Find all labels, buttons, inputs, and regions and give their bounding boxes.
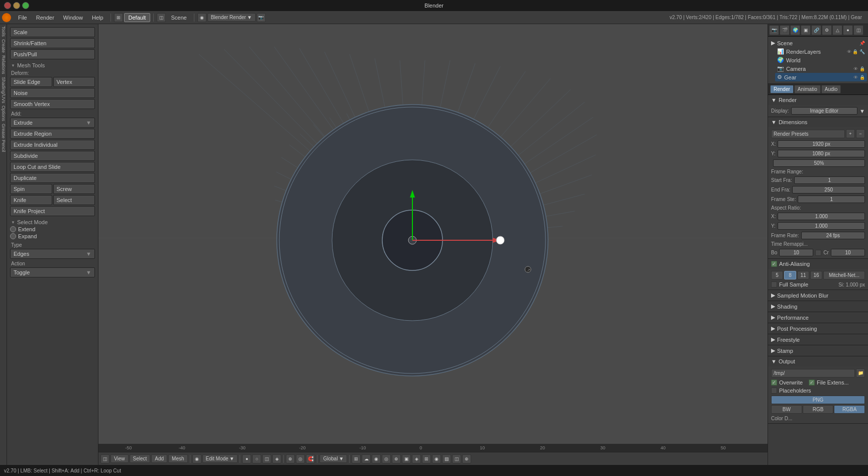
rpanel-icon-modifiers[interactable]: ⚙ — [822, 25, 832, 35]
smooth-vertex-button[interactable]: Smooth Vertex — [10, 99, 95, 109]
extrude-individual-button[interactable]: Extrude Individual — [10, 140, 95, 150]
tree-camera[interactable]: 📷 Camera 👁 🔒 — [775, 64, 867, 73]
spin-button[interactable]: Spin — [10, 184, 52, 194]
extrude-dropdown[interactable]: Extrude ▼ — [10, 118, 95, 128]
mesh-tools-header[interactable]: ▼ Mesh Tools — [10, 60, 95, 69]
menu-help[interactable]: Help — [88, 14, 107, 22]
view-icon-8[interactable]: ⊞ — [422, 454, 431, 463]
post-processing-header[interactable]: ▶ Post Processing — [768, 323, 868, 334]
tab-grease-pencil[interactable]: Grease Pencil — [1, 123, 6, 153]
tab-create[interactable]: Create — [1, 38, 6, 54]
scale-button[interactable]: Scale — [10, 27, 95, 37]
render-presets-dropdown[interactable]: Render Presets — [771, 130, 845, 138]
mode-dropdown[interactable]: Edit Mode ▼ — [202, 454, 238, 463]
render-engine-icon[interactable]: ◉ — [197, 13, 206, 22]
select-menu[interactable]: Select — [130, 454, 151, 463]
snap-icon[interactable]: 🧲 — [306, 454, 315, 463]
shading-header[interactable]: ▶ Shading — [768, 301, 868, 312]
mesh-menu[interactable]: Mesh — [168, 454, 187, 463]
bo-input[interactable]: 10 — [779, 249, 813, 256]
aa-header[interactable]: ✓ Anti-Aliasing — [768, 259, 868, 269]
render-preview-icon[interactable]: ◈ — [272, 454, 281, 463]
animation-tab[interactable]: Animatio — [794, 85, 821, 93]
output-header[interactable]: ▼ Output — [768, 356, 868, 366]
loop-cut-button[interactable]: Loop Cut and Slide — [10, 162, 95, 172]
view-icon-1[interactable]: ⊞ — [352, 454, 361, 463]
res-y-input[interactable]: 1080 px — [778, 150, 865, 157]
png-btn[interactable]: PNG — [771, 396, 865, 404]
aa-16[interactable]: 16 — [810, 271, 822, 279]
view-icon-11[interactable]: ◫ — [452, 454, 461, 463]
view-icon-10[interactable]: ▨ — [442, 454, 451, 463]
knife-button[interactable]: Knife — [10, 195, 52, 205]
rpanel-icon-object[interactable]: ▣ — [801, 25, 811, 35]
aa-checkbox[interactable]: ✓ — [771, 261, 777, 267]
fps-dropdown[interactable]: 24 fps — [801, 232, 865, 239]
aa-mitchell[interactable]: Mitchell-Net... — [823, 271, 865, 279]
render-tab[interactable]: Render — [770, 85, 794, 93]
aspect-y-input[interactable]: 1.000 — [778, 222, 865, 230]
wire-icon[interactable]: ○ — [252, 454, 261, 463]
frame-step-input[interactable]: 1 — [798, 196, 865, 203]
image-editor-dropdown[interactable]: Image Editor — [791, 107, 858, 115]
minimize-button[interactable] — [13, 2, 20, 9]
toggle-dropdown[interactable]: Toggle ▼ — [10, 267, 95, 277]
noise-button[interactable]: Noise — [10, 88, 95, 98]
knife-project-button[interactable]: Knife Project — [10, 206, 95, 216]
subdivide-button[interactable]: Subdivide — [10, 151, 95, 161]
tree-scene[interactable]: ▶ Scene 📌 — [769, 39, 867, 47]
res-x-input[interactable]: 1920 px — [778, 140, 865, 148]
global-dropdown[interactable]: Global ▼ — [319, 454, 347, 463]
solid-icon[interactable]: ● — [242, 454, 251, 463]
rgba-btn[interactable]: RGBA — [834, 405, 865, 414]
motion-blur-header[interactable]: ▶ Sampled Motion Blur — [768, 290, 868, 301]
view-icon-5[interactable]: ⊕ — [392, 454, 401, 463]
output-browse-icon[interactable]: 📁 — [856, 368, 865, 377]
rpanel-icon-world[interactable]: 🌍 — [790, 25, 800, 35]
view-icon-4[interactable]: ◎ — [382, 454, 391, 463]
aspect-x-input[interactable]: 1.000 — [778, 213, 865, 220]
close-button[interactable] — [4, 2, 11, 9]
rpanel-icon-render[interactable]: 📷 — [769, 25, 779, 35]
duplicate-button[interactable]: Duplicate — [10, 173, 95, 183]
aa-11[interactable]: 11 — [797, 271, 809, 279]
menu-file[interactable]: File — [14, 14, 31, 22]
tab-shading-uvs[interactable]: Shading/UVs — [1, 76, 6, 105]
manip-icon[interactable]: ⊕ — [286, 454, 295, 463]
dimensions-header[interactable]: ▼ Dimensions — [768, 117, 868, 127]
presets-add-icon[interactable]: + — [846, 129, 855, 138]
view-icon-12[interactable]: ⊕ — [462, 454, 471, 463]
full-sample-check[interactable] — [771, 281, 777, 288]
tree-gear[interactable]: ⚙ Gear 👁 🔒 — [775, 73, 867, 81]
rgb-btn[interactable]: RGB — [803, 405, 834, 414]
viewport[interactable]: Top Persp — [98, 24, 768, 452]
tab-relations[interactable]: Relations — [1, 54, 6, 75]
view-icon-6[interactable]: ▣ — [402, 454, 411, 463]
tab-options[interactable]: Options — [1, 105, 6, 122]
rpanel-icon-material[interactable]: ● — [843, 25, 853, 35]
scene-type-icon[interactable]: ◫ — [157, 13, 166, 22]
res-pct-input[interactable]: 50% — [773, 159, 865, 167]
select-mode-header[interactable]: ▼ Select Mode — [10, 217, 95, 226]
cr-input[interactable]: 10 — [831, 249, 865, 256]
presets-del-icon[interactable]: − — [856, 129, 865, 138]
maximize-button[interactable] — [22, 2, 29, 9]
pivot-icon[interactable]: ◎ — [296, 454, 305, 463]
stamp-header[interactable]: ▶ Stamp — [768, 345, 868, 356]
performance-header[interactable]: ▶ Performance — [768, 312, 868, 323]
shrink-fatten-button[interactable]: Shrink/Fatten — [10, 38, 95, 48]
freestyle-header[interactable]: ▶ Freestyle — [768, 334, 868, 345]
screw-button[interactable]: Screw — [53, 184, 95, 194]
file-ext-check[interactable]: ✓ — [809, 379, 815, 386]
rpanel-icon-data[interactable]: △ — [832, 25, 842, 35]
edges-dropdown[interactable]: Edges ▼ — [10, 249, 95, 259]
tab-tools[interactable]: Tools — [1, 25, 6, 38]
select-button[interactable]: Select — [53, 195, 95, 205]
add-menu[interactable]: Add — [151, 454, 167, 463]
view-menu[interactable]: View — [111, 454, 129, 463]
rpanel-icon-constraints[interactable]: 🔗 — [811, 25, 821, 35]
viewport-type-icon[interactable]: ⊞ — [114, 13, 123, 22]
viewport-icon[interactable]: ◫ — [100, 454, 110, 463]
extrude-region-button[interactable]: Extrude Region — [10, 129, 95, 139]
output-path-input[interactable]: /tmp/ — [771, 369, 855, 377]
